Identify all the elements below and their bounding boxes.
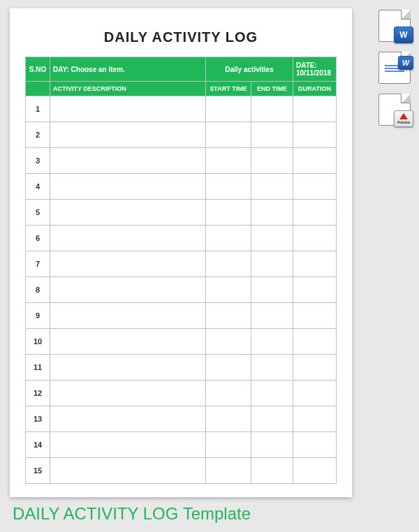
pdf-icon[interactable]: Adobe <box>378 94 411 126</box>
header-day: DAY: Choose an item. <box>50 57 206 82</box>
cell-dur <box>293 432 337 458</box>
pdf-label: Adobe <box>397 120 411 124</box>
cell-desc <box>50 96 206 122</box>
cell-start <box>205 432 251 458</box>
cell-dur <box>293 458 337 484</box>
document-page: DAILY ACTIVITY LOG S.NO DAY: Choose an i… <box>10 8 352 497</box>
cell-sn: 15 <box>26 458 50 484</box>
cell-sn: 9 <box>26 303 50 329</box>
table-row: 1 <box>26 96 337 122</box>
table-row: 10 <box>26 329 337 355</box>
table-body: 123456789101112131415 <box>26 96 337 484</box>
word-icon[interactable]: W <box>378 10 411 42</box>
cell-sn: 2 <box>26 122 50 148</box>
cell-dur <box>293 355 337 380</box>
cell-sn: 12 <box>26 380 50 406</box>
table-row: 8 <box>26 277 337 303</box>
col-start: START TIME <box>205 82 251 96</box>
cell-dur <box>293 251 337 277</box>
cell-desc <box>50 329 206 355</box>
cell-desc <box>50 174 206 200</box>
cell-desc <box>50 303 206 329</box>
download-icons: W W Adobe <box>362 10 411 126</box>
pdf-badge: Adobe <box>394 110 413 127</box>
cell-end <box>251 122 293 148</box>
cell-sn: 4 <box>26 174 50 200</box>
cell-end <box>251 148 293 174</box>
table-row: 9 <box>26 303 337 329</box>
cell-desc <box>50 148 206 174</box>
cell-start <box>205 277 251 303</box>
cell-desc <box>50 406 206 432</box>
cell-sn: 6 <box>26 226 50 251</box>
col-sn-blank <box>26 82 50 96</box>
cell-start <box>205 226 251 251</box>
cell-sn: 11 <box>26 355 50 380</box>
cell-dur <box>293 148 337 174</box>
col-desc: ACTIVITY DESCRIPTION <box>50 82 206 96</box>
cell-end <box>251 226 293 251</box>
cell-sn: 3 <box>26 148 50 174</box>
table-row: 15 <box>26 458 337 484</box>
cell-end <box>251 329 293 355</box>
col-end: END TIME <box>251 82 293 96</box>
cell-end <box>251 380 293 406</box>
cell-dur <box>293 174 337 200</box>
cell-dur <box>293 200 337 226</box>
cell-start <box>205 355 251 380</box>
cell-start <box>205 122 251 148</box>
cell-end <box>251 432 293 458</box>
header-date: DATE: 10/11/2018 <box>293 57 337 82</box>
table-row: 12 <box>26 380 337 406</box>
cell-dur <box>293 406 337 432</box>
cell-start <box>205 174 251 200</box>
cell-desc <box>50 380 206 406</box>
cell-start <box>205 406 251 432</box>
word-doc-badge: W <box>398 56 413 70</box>
cell-start <box>205 200 251 226</box>
cell-sn: 10 <box>26 329 50 355</box>
cell-end <box>251 174 293 200</box>
cell-start <box>205 303 251 329</box>
cell-desc <box>50 122 206 148</box>
cell-start <box>205 148 251 174</box>
cell-end <box>251 406 293 432</box>
cell-dur <box>293 226 337 251</box>
table-header-row-1: S.NO DAY: Choose an item. Daily activiti… <box>26 57 337 82</box>
word-doc-icon[interactable]: W <box>378 52 411 84</box>
cell-sn: 7 <box>26 251 50 277</box>
table-header-row-2: ACTIVITY DESCRIPTION START TIME END TIME… <box>26 82 337 96</box>
cell-end <box>251 458 293 484</box>
cell-sn: 13 <box>26 406 50 432</box>
cell-dur <box>293 122 337 148</box>
cell-end <box>251 96 293 122</box>
table-row: 4 <box>26 174 337 200</box>
cell-desc <box>50 226 206 251</box>
cell-desc <box>50 432 206 458</box>
cell-desc <box>50 200 206 226</box>
table-row: 7 <box>26 251 337 277</box>
cell-desc <box>50 458 206 484</box>
document-title: DAILY ACTIVITY LOG <box>25 29 337 45</box>
cell-sn: 14 <box>26 432 50 458</box>
cell-start <box>205 458 251 484</box>
col-dur: DURATION <box>293 82 337 96</box>
table-row: 6 <box>26 226 337 251</box>
cell-sn: 5 <box>26 200 50 226</box>
table-row: 14 <box>26 432 337 458</box>
cell-end <box>251 355 293 380</box>
table-row: 3 <box>26 148 337 174</box>
cell-dur <box>293 96 337 122</box>
cell-start <box>205 251 251 277</box>
cell-desc <box>50 251 206 277</box>
header-sno: S.NO <box>26 57 50 82</box>
cell-end <box>251 303 293 329</box>
cell-end <box>251 200 293 226</box>
table-row: 2 <box>26 122 337 148</box>
cell-sn: 8 <box>26 277 50 303</box>
cell-end <box>251 251 293 277</box>
cell-dur <box>293 329 337 355</box>
pdf-triangle-icon <box>399 113 408 119</box>
cell-sn: 1 <box>26 96 50 122</box>
cell-start <box>205 96 251 122</box>
